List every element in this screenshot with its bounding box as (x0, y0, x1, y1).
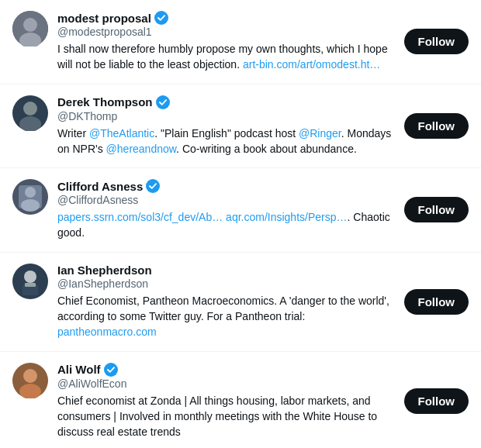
follow-button[interactable]: Follow (404, 29, 469, 54)
verified-icon (146, 179, 160, 193)
user-card-ian-shepherdson: Ian Shepherdson @IanShepherdson Chief Ec… (0, 253, 481, 352)
follow-button[interactable]: Follow (404, 289, 469, 315)
username: @CliffordAsness (57, 194, 395, 206)
username: @AliWolfEcon (57, 377, 395, 390)
svg-point-10 (25, 187, 36, 198)
svg-point-12 (146, 179, 160, 193)
avatar (12, 11, 48, 47)
mention-hereandnow[interactable]: @hereandnow (106, 143, 177, 155)
bio-link-aqr[interactable]: aqr.com/Insights/Persp… (226, 211, 347, 223)
name-row: Clifford Asness (57, 179, 395, 193)
display-name: Ian Shepherdson (57, 264, 152, 277)
avatar (12, 95, 48, 131)
svg-point-11 (21, 199, 40, 212)
bio: papers.ssrn.com/sol3/cf_dev/Ab… aqr.com/… (57, 209, 395, 241)
svg-point-20 (104, 363, 118, 377)
avatar (12, 264, 48, 299)
svg-point-14 (24, 271, 36, 283)
bio-link[interactable]: art-bin.com/art/omodest.ht… (243, 58, 380, 71)
user-info: Ali Wolf @AliWolfEcon Chief economist at… (57, 363, 395, 440)
svg-point-18 (23, 369, 37, 383)
user-info: Ian Shepherdson @IanShepherdson Chief Ec… (57, 264, 395, 340)
username: @DKThomp (57, 110, 395, 122)
user-card-clifford-asness: Clifford Asness @CliffordAsness papers.s… (0, 168, 481, 253)
follow-button[interactable]: Follow (404, 113, 469, 139)
verified-icon (104, 363, 118, 377)
verified-icon (156, 95, 170, 109)
bio: Writer @TheAtlantic. "Plain English" pod… (57, 126, 395, 157)
verified-icon (154, 11, 168, 25)
svg-point-5 (23, 102, 37, 115)
user-info: modest proposal @modestproposal1 I shall… (57, 11, 395, 73)
bio: I shall now therefore humbly propose my … (57, 41, 395, 73)
display-name: Derek Thompson (57, 95, 153, 109)
svg-rect-16 (25, 283, 36, 287)
follow-button[interactable]: Follow (404, 197, 469, 222)
bio: Chief Economist, Pantheon Macroeconomics… (57, 293, 395, 340)
user-card-ali-wolf: Ali Wolf @AliWolfEcon Chief economist at… (0, 352, 481, 448)
display-name: modest proposal (57, 12, 151, 25)
name-row: Ali Wolf (57, 363, 395, 377)
bio-link-ssrn[interactable]: papers.ssrn.com/sol3/cf_dev/Ab… (57, 211, 223, 223)
username: @modestproposal1 (57, 26, 395, 38)
avatar (12, 363, 48, 398)
user-card-modest-proposal: modest proposal @modestproposal1 I shall… (0, 0, 481, 84)
mention-theatlantic[interactable]: @TheAtlantic (89, 127, 154, 140)
user-card-derek-thompson: Derek Thompson @DKThomp Writer @TheAtlan… (0, 84, 481, 169)
username: @IanShepherdson (57, 277, 395, 290)
user-info: Clifford Asness @CliffordAsness papers.s… (57, 179, 395, 241)
name-row: modest proposal (57, 11, 395, 25)
follow-button[interactable]: Follow (404, 388, 469, 414)
display-name: Clifford Asness (57, 180, 143, 193)
name-row: Ian Shepherdson (57, 264, 395, 277)
user-info: Derek Thompson @DKThomp Writer @TheAtlan… (57, 95, 395, 157)
name-row: Derek Thompson (57, 95, 395, 109)
svg-point-1 (23, 18, 37, 32)
mention-ringer[interactable]: @Ringer (299, 127, 341, 140)
svg-point-7 (156, 95, 170, 109)
avatar (12, 179, 48, 215)
svg-point-3 (154, 11, 168, 25)
display-name: Ali Wolf (57, 363, 101, 376)
bio-link-pantheon[interactable]: pantheonmacro.com (57, 326, 157, 338)
bio: Chief economist at Zonda | All things ho… (57, 393, 395, 440)
